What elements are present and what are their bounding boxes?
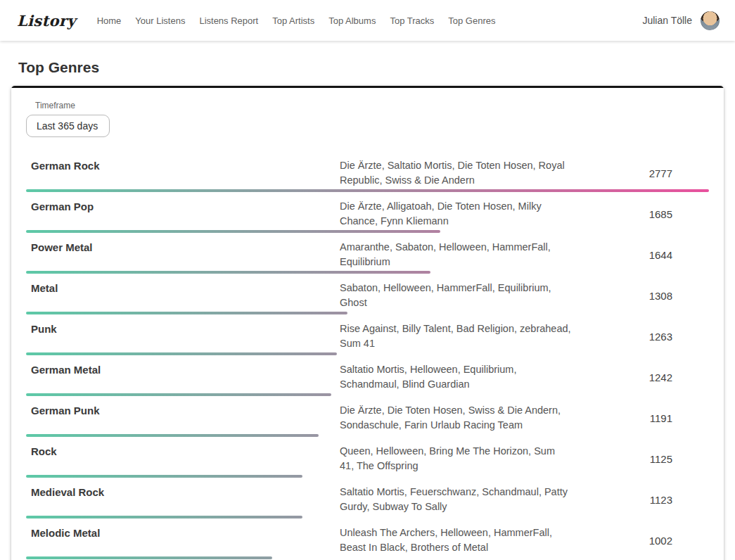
genre-artists: Die Ärzte, Alligatoah, Die Toten Hosen, … <box>340 199 579 229</box>
genre-bar-fill <box>26 230 440 233</box>
genre-bar <box>26 556 709 559</box>
genre-name: German Punk <box>26 403 340 416</box>
nav-item-top-albums[interactable]: Top Albums <box>327 11 377 30</box>
genre-table: German Rock Die Ärzte, Saltatio Mortis, … <box>26 154 709 560</box>
genre-row: Punk Rise Against, Billy Talent, Bad Rel… <box>26 322 709 355</box>
genre-artists: Rise Against, Billy Talent, Bad Religion… <box>340 322 579 351</box>
genre-name: Punk <box>26 322 340 335</box>
genre-row: German Pop Die Ärzte, Alligatoah, Die To… <box>26 199 709 233</box>
genre-row: Melodic Metal Unleash The Archers, Hello… <box>26 526 709 559</box>
genre-bar <box>26 475 709 478</box>
genre-count: 1125 <box>579 453 709 465</box>
genre-count: 1002 <box>579 535 709 547</box>
genre-row: German Metal Saltatio Mortis, Helloween,… <box>26 362 709 396</box>
genre-bar-fill <box>26 475 302 478</box>
genre-row: Rock Queen, Helloween, Bring Me The Hori… <box>26 444 709 478</box>
page-title: Top Genres <box>18 59 735 76</box>
nav-item-listens-report[interactable]: Listens Report <box>198 11 260 30</box>
genre-name: Medieval Rock <box>26 485 340 498</box>
genre-bar <box>26 312 709 314</box>
genre-artists: Sabaton, Helloween, HammerFall, Equilibr… <box>340 281 579 310</box>
genre-count: 1263 <box>579 331 709 343</box>
user-name: Julian Tölle <box>642 15 692 26</box>
genre-name: German Metal <box>26 362 340 376</box>
genre-artists: Unleash The Archers, Helloween, HammerFa… <box>340 526 579 555</box>
nav-item-your-listens[interactable]: Your Listens <box>134 11 186 30</box>
genre-bar-fill <box>26 393 331 396</box>
genre-name: Power Metal <box>26 240 340 253</box>
genre-bar-fill <box>26 189 709 192</box>
genre-bar-fill <box>26 352 337 355</box>
genre-row: Medieval Rock Saltatio Mortis, Feuerschw… <box>26 485 709 518</box>
genre-bar <box>26 352 709 355</box>
genre-row: Metal Sabaton, Helloween, HammerFall, Eq… <box>26 281 709 314</box>
genre-count: 1191 <box>579 412 709 424</box>
main-nav: HomeYour ListensListens ReportTop Artist… <box>96 11 643 30</box>
nav-item-top-artists[interactable]: Top Artists <box>271 11 316 30</box>
genre-bar-fill <box>26 312 347 314</box>
genre-bar-fill <box>26 271 430 274</box>
genre-name: Melodic Metal <box>26 526 340 539</box>
genre-row: Power Metal Amaranthe, Sabaton, Hellowee… <box>26 240 709 274</box>
genre-row: German Rock Die Ärzte, Saltatio Mortis, … <box>26 158 709 192</box>
card-body: Timeframe Last 365 days German Rock Die … <box>11 88 724 560</box>
user-area: Julian Tölle <box>642 11 720 30</box>
genre-bar <box>26 189 709 192</box>
genre-bar <box>26 393 709 396</box>
genre-name: Rock <box>26 444 340 457</box>
genre-bar <box>26 230 709 233</box>
genre-count: 1308 <box>579 290 709 302</box>
genre-bar-fill <box>26 556 272 559</box>
genre-artists: Die Ärzte, Saltatio Mortis, Die Toten Ho… <box>340 158 579 188</box>
genre-artists: Queen, Helloween, Bring Me The Horizon, … <box>340 444 579 473</box>
genre-bar <box>26 434 709 437</box>
nav-item-top-tracks[interactable]: Top Tracks <box>388 11 435 30</box>
top-genres-card: Timeframe Last 365 days German Rock Die … <box>11 86 724 560</box>
genre-bar-fill <box>26 434 319 437</box>
genre-artists: Saltatio Mortis, Feuerschwanz, Schandmau… <box>340 485 579 514</box>
genre-bar <box>26 271 709 274</box>
genre-artists: Die Ärzte, Die Toten Hosen, Swiss & Die … <box>340 403 579 433</box>
nav-item-home[interactable]: Home <box>96 11 123 30</box>
timeframe-select[interactable]: Last 365 days <box>26 115 110 137</box>
nav-item-top-genres[interactable]: Top Genres <box>447 11 497 30</box>
genre-count: 1644 <box>579 249 709 261</box>
genre-artists: Amaranthe, Sabaton, Helloween, HammerFal… <box>340 240 579 269</box>
timeframe-label: Timeframe <box>35 101 709 110</box>
genre-name: German Rock <box>26 158 340 172</box>
brand-logo[interactable]: Listory <box>17 12 76 30</box>
genre-count: 1685 <box>579 208 709 220</box>
genre-name: Metal <box>26 281 340 294</box>
genre-bar-fill <box>26 516 302 518</box>
genre-row: German Punk Die Ärzte, Die Toten Hosen, … <box>26 403 709 437</box>
genre-count: 1242 <box>579 371 709 383</box>
genre-artists: Saltatio Mortis, Helloween, Equilibrium,… <box>340 362 579 392</box>
genre-count: 2777 <box>579 167 709 179</box>
genre-count: 1123 <box>579 494 709 506</box>
user-avatar[interactable] <box>701 11 720 30</box>
genre-name: German Pop <box>26 199 340 212</box>
genre-bar <box>26 516 709 518</box>
top-nav: Listory HomeYour ListensListens ReportTo… <box>0 0 735 41</box>
